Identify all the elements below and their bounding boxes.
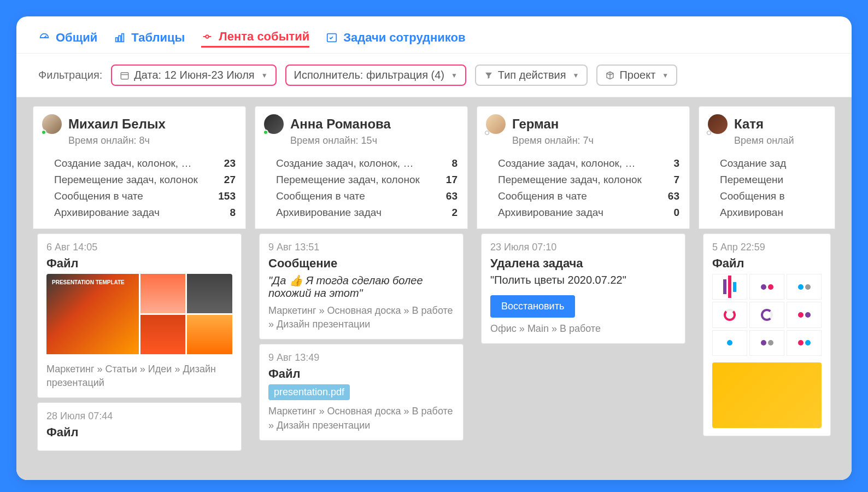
- avatar[interactable]: [708, 114, 728, 134]
- online-time: Время онлайн: 7ч: [512, 135, 679, 147]
- cards-area: 9 Авг 13:51 Сообщение "Да 👍 Я тогда сдел…: [255, 229, 468, 480]
- event-card[interactable]: 9 Авг 13:49 Файл presentation.pdf Маркет…: [259, 344, 464, 440]
- tab-feed[interactable]: Лента событий: [201, 27, 309, 48]
- stat-row: Сообщения в чате63: [498, 188, 679, 204]
- filter-label: Фильтрация:: [38, 69, 102, 81]
- stat-row: Создание задач, колонок, …3: [498, 155, 679, 172]
- stat-row: Архивирование задач2: [276, 204, 458, 221]
- card-time: 9 Авг 13:49: [268, 352, 454, 364]
- svg-rect-2: [119, 36, 121, 42]
- avatar[interactable]: [486, 114, 506, 134]
- stat-row: Перемещени: [720, 172, 825, 188]
- user-name: Анна Романова: [290, 116, 391, 132]
- filter-project-label: Проект: [619, 69, 655, 81]
- stats: Создание задач, колонок, …23 Перемещение…: [54, 155, 236, 221]
- file-thumbnail[interactable]: [712, 274, 822, 356]
- status-offline-icon: [485, 131, 489, 135]
- online-time: Время онлай: [734, 135, 825, 147]
- filter-date[interactable]: Дата: 12 Июня-23 Июля ▼: [111, 65, 276, 86]
- file-thumbnail[interactable]: [46, 274, 232, 356]
- card-time: 28 Июля 07:44: [46, 411, 232, 422]
- calendar-icon: [120, 71, 130, 80]
- filter-action-type[interactable]: Тип действия ▼: [475, 65, 588, 86]
- event-card[interactable]: 28 Июля 07:44 Файл: [37, 402, 242, 451]
- stat-row: Перемещение задач, колонок27: [54, 172, 236, 188]
- card-time: 23 Июля 07:10: [490, 242, 676, 253]
- stat-row: Архивирование задач0: [498, 204, 679, 221]
- chart-icon: [114, 32, 126, 44]
- status-online-icon: [263, 130, 268, 135]
- stats: Создание задач, колонок, …8 Перемещение …: [276, 155, 458, 221]
- filter-project[interactable]: Проект ▼: [596, 65, 677, 86]
- status-offline-icon: [707, 131, 711, 135]
- breadcrumb: Маркетинг » Основная доска » В работе » …: [268, 405, 454, 432]
- file-thumbnail[interactable]: [712, 362, 822, 428]
- stat-row: Архивирован: [720, 204, 825, 221]
- user-name: Михаил Белых: [68, 116, 166, 132]
- filter-bar: Фильтрация: Дата: 12 Июня-23 Июля ▼ Испо…: [16, 54, 852, 97]
- avatar[interactable]: [264, 114, 284, 134]
- chevron-down-icon: ▼: [261, 72, 268, 79]
- card-time: 6 Авг 14:05: [46, 242, 232, 253]
- checklist-icon: [326, 32, 338, 44]
- user-column-mikhail: Михаил Белых Время онлайн: 8ч Создание з…: [33, 106, 246, 480]
- top-tabs: Общий Таблицы Лента событий Задачи сотру…: [16, 16, 852, 54]
- card-time: 5 Апр 22:59: [712, 242, 822, 253]
- tab-tasks[interactable]: Задачи сотрудников: [326, 28, 465, 47]
- restore-button[interactable]: Восстановить: [490, 295, 575, 318]
- gauge-icon: [38, 32, 50, 44]
- event-card[interactable]: 5 Апр 22:59 Файл: [703, 233, 831, 436]
- chevron-down-icon: ▼: [662, 72, 668, 79]
- stat-row: Создание задач, колонок, …23: [54, 155, 236, 172]
- app-window: Общий Таблицы Лента событий Задачи сотру…: [16, 16, 852, 480]
- avatar[interactable]: [42, 114, 62, 134]
- event-card[interactable]: 23 Июля 07:10 Удалена задача "Полить цве…: [481, 233, 685, 344]
- column-header: Анна Романова Время онлайн: 15ч Создание…: [255, 106, 468, 229]
- card-title: Файл: [46, 425, 232, 440]
- stats: Создание задач, колонок, …3 Перемещение …: [498, 155, 679, 221]
- tab-tables-label: Таблицы: [131, 31, 185, 45]
- card-quote: "Полить цветы 2020.07.22": [490, 274, 676, 286]
- cards-area: 6 Авг 14:05 Файл Маркетинг » Статьи » Ид…: [33, 229, 246, 480]
- column-header: Герман Время онлайн: 7ч Создание задач, …: [477, 106, 690, 229]
- filter-date-label: Дата: 12 Июня-23 Июля: [134, 69, 254, 81]
- breadcrumb: Маркетинг » Основная доска » В работе » …: [268, 304, 454, 331]
- user-column-katya: Катя Время онлай Создание зад Перемещени…: [699, 106, 835, 480]
- svg-rect-3: [122, 33, 124, 42]
- online-time: Время онлайн: 15ч: [290, 135, 458, 147]
- status-online-icon: [41, 130, 46, 135]
- feed-icon: [201, 31, 213, 43]
- chevron-down-icon: ▼: [573, 72, 579, 79]
- online-time: Время онлайн: 8ч: [68, 135, 236, 147]
- event-card[interactable]: 6 Авг 14:05 Файл Маркетинг » Статьи » Ид…: [37, 233, 242, 398]
- card-time: 9 Авг 13:51: [268, 242, 454, 253]
- stats: Создание зад Перемещени Сообщения в Архи…: [720, 155, 825, 221]
- tab-tasks-label: Задачи сотрудников: [343, 31, 465, 45]
- stat-row: Перемещение задач, колонок7: [498, 172, 679, 188]
- event-card[interactable]: 9 Авг 13:51 Сообщение "Да 👍 Я тогда сдел…: [259, 233, 464, 339]
- column-header: Михаил Белых Время онлайн: 8ч Создание з…: [33, 106, 246, 229]
- card-quote: "Да 👍 Я тогда сделаю более похожий на эт…: [268, 274, 454, 300]
- file-chip[interactable]: presentation.pdf: [268, 384, 350, 400]
- tab-tables[interactable]: Таблицы: [114, 28, 185, 47]
- cards-area: 5 Апр 22:59 Файл: [699, 229, 835, 480]
- svg-point-5: [206, 35, 209, 38]
- user-name: Герман: [512, 116, 559, 132]
- tab-general-label: Общий: [56, 31, 97, 45]
- stat-row: Сообщения в: [720, 188, 825, 204]
- filter-assignee-label: Исполнитель: фильтрация (4): [294, 69, 444, 81]
- user-column-german: Герман Время онлайн: 7ч Создание задач, …: [477, 106, 690, 480]
- filter-assignee[interactable]: Исполнитель: фильтрация (4) ▼: [285, 65, 466, 86]
- stat-row: Перемещение задач, колонок17: [276, 172, 458, 188]
- card-title: Сообщение: [268, 256, 454, 271]
- svg-rect-1: [116, 38, 118, 42]
- tab-general[interactable]: Общий: [38, 28, 97, 47]
- user-name: Катя: [734, 116, 764, 132]
- stat-row: Сообщения в чате63: [276, 188, 458, 204]
- stat-row: Сообщения в чате153: [54, 188, 236, 204]
- stat-row: Создание зад: [720, 155, 825, 172]
- tab-feed-label: Лента событий: [219, 30, 309, 44]
- board: Михаил Белых Время онлайн: 8ч Создание з…: [16, 97, 852, 480]
- cube-icon: [605, 71, 615, 80]
- stat-row: Архивирование задач8: [54, 204, 236, 221]
